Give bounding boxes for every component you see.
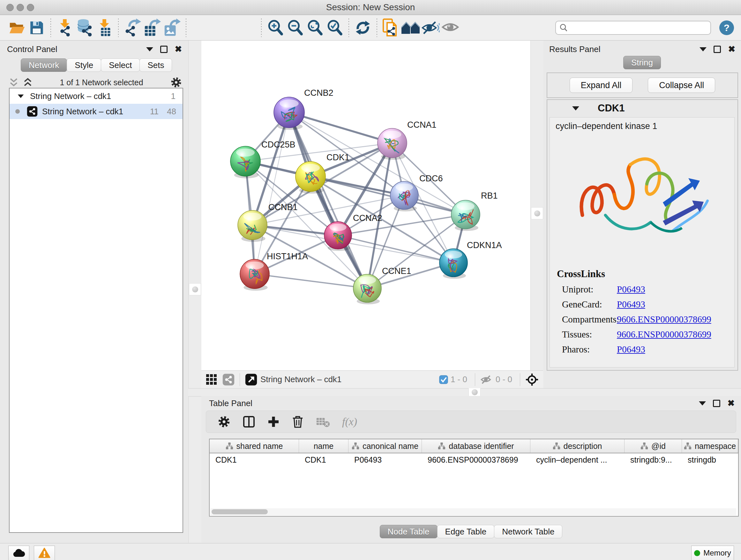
- control-panel-float-icon[interactable]: [160, 46, 167, 53]
- window-minimize-button[interactable]: [17, 4, 24, 11]
- column-header-canonical-name[interactable]: canonical name: [348, 439, 422, 453]
- network-edge-HIST1H1A-CCNE1[interactable]: [255, 274, 367, 288]
- collapse-all-button[interactable]: Collapse All: [648, 78, 715, 93]
- zoom-out-button[interactable]: [285, 18, 305, 38]
- table-cell[interactable]: CDK1: [210, 453, 299, 466]
- table-cell[interactable]: cyclin–dependent ...: [530, 453, 624, 466]
- zoom-fit-button[interactable]: [305, 18, 325, 38]
- open-in-window-icon[interactable]: [245, 374, 257, 386]
- left-splitter-handle[interactable]: [192, 287, 198, 293]
- results-panel-close-icon[interactable]: ✖: [728, 45, 735, 54]
- table-row[interactable]: CDK1CDK1P064939606.ENSP00000378699cyclin…: [210, 453, 738, 466]
- column-header-namespace[interactable]: namespace: [682, 439, 738, 453]
- network-collection-row[interactable]: String Network – cdk1 1: [10, 88, 183, 104]
- tab-sets[interactable]: Sets: [139, 58, 172, 72]
- results-panel-float-icon[interactable]: [714, 46, 721, 53]
- crosslink-link[interactable]: P06493: [617, 284, 645, 295]
- clone-network-button[interactable]: [381, 18, 401, 38]
- horizontal-splitter-handle[interactable]: [472, 389, 478, 395]
- collection-expand-icon[interactable]: [18, 94, 24, 98]
- delete-column-trash-icon[interactable]: [292, 415, 304, 428]
- window-zoom-button[interactable]: [27, 4, 34, 11]
- control-panel-close-icon[interactable]: ✖: [175, 45, 182, 54]
- open-session-button[interactable]: [7, 18, 27, 38]
- table-cell[interactable]: stringdb: [682, 453, 738, 466]
- import-table-button[interactable]: [94, 18, 114, 38]
- show-columns-icon[interactable]: [243, 415, 255, 428]
- table-cell[interactable]: 9606.ENSP00000378699: [422, 453, 530, 466]
- crosshair-icon[interactable]: [525, 373, 539, 386]
- table-horizontal-scrollbar[interactable]: [210, 508, 736, 515]
- collapse-all-icon[interactable]: [9, 78, 18, 87]
- crosslink-link[interactable]: P06493: [617, 344, 645, 355]
- network-canvas[interactable]: CCNB2CCNA1CDC25BCDK1CDC6RB1CCNB1CCNA2CDK…: [201, 41, 530, 370]
- export-table-button[interactable]: [142, 18, 162, 38]
- column-header-at-id[interactable]: @id: [624, 439, 682, 453]
- table-panel-close-icon[interactable]: ✖: [727, 399, 735, 408]
- network-share-badge-icon[interactable]: [222, 374, 234, 386]
- network-options-gear-icon[interactable]: [171, 77, 182, 88]
- search-input[interactable]: [568, 23, 707, 33]
- table-settings-gear-icon[interactable]: [218, 415, 230, 428]
- tab-network[interactable]: Network: [21, 58, 67, 72]
- column-header-name[interactable]: name: [299, 439, 348, 453]
- memory-button[interactable]: Memory: [691, 546, 734, 560]
- crosslink-link[interactable]: 9606.ENSP00000378699: [617, 329, 711, 340]
- network-node-hist1h1a[interactable]: HIST1H1A: [240, 252, 308, 291]
- help-button[interactable]: ?: [719, 20, 734, 35]
- table-panel-float-icon[interactable]: [713, 400, 720, 407]
- cdk1-collapse-icon[interactable]: [572, 106, 579, 111]
- tab-network-table[interactable]: Network Table: [494, 525, 562, 538]
- window-close-button[interactable]: [6, 4, 14, 11]
- show-graphics-details-button[interactable]: [441, 18, 460, 38]
- left-splitter[interactable]: [188, 41, 202, 543]
- network-row[interactable]: String Network – cdk1 11 48: [10, 104, 183, 119]
- zoom-in-button[interactable]: [266, 18, 285, 38]
- control-panel-menu-icon[interactable]: [146, 47, 153, 51]
- table-scrollbar-thumb[interactable]: [212, 509, 268, 514]
- cloud-button[interactable]: [8, 546, 29, 560]
- home-networks-button[interactable]: [401, 18, 421, 38]
- hide-labels-button[interactable]: [421, 18, 441, 38]
- export-image-button[interactable]: [162, 18, 182, 38]
- column-header-database-identifier[interactable]: database identifier: [422, 439, 530, 453]
- zoom-selected-button[interactable]: [325, 18, 345, 38]
- save-session-button[interactable]: [27, 18, 47, 38]
- add-column-plus-icon[interactable]: [267, 416, 280, 428]
- tab-select[interactable]: Select: [101, 58, 140, 72]
- crosslink-link[interactable]: 9606.ENSP00000378699: [617, 314, 711, 325]
- search-box[interactable]: [555, 21, 711, 35]
- tab-style[interactable]: Style: [67, 58, 101, 72]
- tab-node-table[interactable]: Node Table: [380, 525, 437, 538]
- column-header-description[interactable]: description: [530, 439, 624, 453]
- expand-all-icon[interactable]: [23, 78, 32, 87]
- tab-string[interactable]: String: [623, 56, 661, 69]
- right-splitter[interactable]: [530, 41, 544, 388]
- right-splitter-handle[interactable]: [534, 210, 540, 216]
- table-cell[interactable]: stringdb:9...: [624, 453, 682, 466]
- horizontal-splitter[interactable]: [188, 388, 741, 396]
- column-header-shared-name[interactable]: shared name: [210, 439, 299, 453]
- import-network-from-database-button[interactable]: [75, 18, 94, 38]
- table-cell[interactable]: CDK1: [299, 453, 348, 466]
- network-node-cdkn1a[interactable]: CDKN1A: [440, 240, 502, 279]
- network-node-rb1[interactable]: RB1: [451, 191, 498, 231]
- network-edge-CCNB2-CCNE1[interactable]: [289, 112, 367, 288]
- birds-eye-grid-icon[interactable]: [206, 374, 217, 385]
- export-network-button[interactable]: [123, 18, 142, 38]
- cdk1-section-header[interactable]: CDK1: [547, 100, 738, 117]
- network-node-ccne1[interactable]: CCNE1: [353, 266, 411, 304]
- network-node-ccna1[interactable]: CCNA1: [378, 120, 436, 160]
- apply-style-refresh-button[interactable]: [353, 18, 373, 38]
- selected-checkbox-icon[interactable]: [439, 375, 448, 384]
- results-panel-menu-icon[interactable]: [699, 47, 706, 51]
- network-edge-CCNB2-CCNA1[interactable]: [289, 112, 392, 143]
- table-panel-menu-icon[interactable]: [699, 401, 706, 406]
- tab-edge-table[interactable]: Edge Table: [437, 525, 495, 538]
- network-edge-CCNB2-HIST1H1A[interactable]: [255, 112, 289, 274]
- warnings-button[interactable]: [34, 546, 55, 560]
- expand-all-button[interactable]: Expand All: [569, 78, 633, 93]
- import-network-button[interactable]: [55, 18, 75, 38]
- crosslink-link[interactable]: P06493: [617, 299, 645, 310]
- table-cell[interactable]: P06493: [348, 453, 422, 466]
